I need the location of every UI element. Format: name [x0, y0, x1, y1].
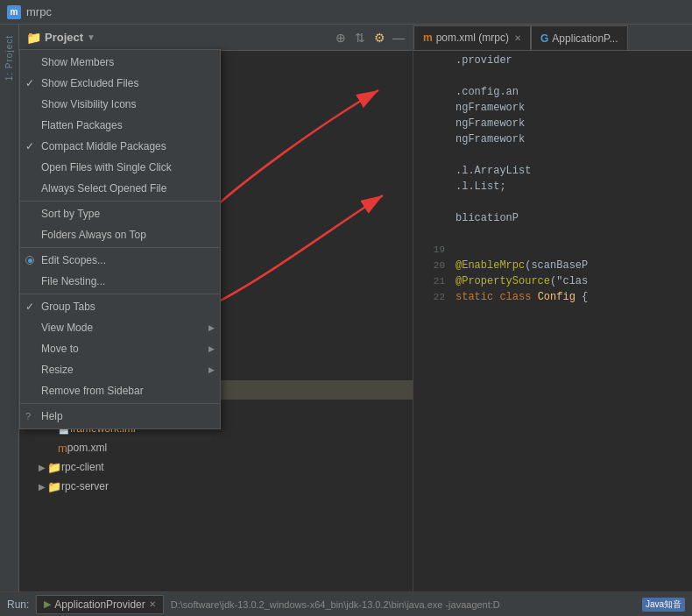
menu-item-show-excluded-files[interactable]: ✓ Show Excluded Files — [20, 73, 220, 94]
folder-icon: 📁 — [47, 461, 61, 474]
menu-item-label: Folders Always on Top — [41, 229, 146, 241]
bottom-path: D:\software\jdk-13.0.2_windows-x64_bin\j… — [171, 599, 635, 610]
code-content: ngFramework — [455, 133, 685, 145]
code-line — [420, 70, 685, 86]
line-number — [420, 117, 445, 118]
code-line — [420, 196, 685, 212]
menu-item-remove-from-sidebar[interactable]: Remove from Sidebar — [20, 380, 220, 401]
project-label: Project — [45, 31, 83, 44]
menu-item-label: Group Tabs — [41, 301, 95, 313]
menu-item-label: View Mode — [41, 322, 93, 334]
menu-item-label: Show Excluded Files — [41, 77, 138, 89]
line-number — [420, 196, 445, 197]
menu-separator — [20, 294, 220, 294]
menu-item-always-select[interactable]: Always Select Opened File — [20, 178, 220, 199]
line-number — [420, 181, 445, 181]
main-layout: 1: Project 📁 Project ▼ ⊕ ⇅ ⚙ — ▼ 📁 mrpc — [0, 25, 692, 591]
menu-item-resize[interactable]: Resize — [20, 359, 220, 380]
tab-pom-xml[interactable]: m pom.xml (mrpc) ✕ — [413, 25, 531, 50]
menu-item-label: Edit Scopes... — [41, 254, 106, 266]
menu-separator — [20, 247, 220, 248]
menu-item-label: Flatten Packages — [41, 119, 123, 131]
menu-item-label: Open Files with Single Click — [41, 161, 172, 173]
menu-item-view-mode[interactable]: View Mode — [20, 317, 220, 338]
line-number — [420, 133, 445, 134]
line-number — [420, 149, 445, 150]
help-prefix-icon: ? — [25, 411, 31, 421]
menu-item-compact-middle-packages[interactable]: ✓ Compact Middle Packages — [20, 136, 220, 157]
tree-item-label: rpc-client — [61, 461, 104, 473]
tree-arrow: ▶ — [37, 462, 47, 472]
line-number — [420, 212, 445, 213]
code-line: 22 static class Config { — [420, 291, 685, 307]
project-dropdown-icon[interactable]: ▼ — [87, 32, 95, 42]
list-item[interactable]: ▶ 📁 rpc-server — [19, 477, 413, 496]
sidebar-strip-label[interactable]: 1: Project — [4, 35, 14, 81]
list-item[interactable]: ▶ 📁 rpc-client — [19, 457, 413, 477]
line-number — [420, 102, 445, 103]
code-line: 21 @PropertySource("clas — [420, 275, 685, 291]
file-icon: m — [58, 442, 67, 455]
title-bar: m mrpc — [0, 0, 692, 25]
code-line — [420, 149, 685, 165]
menu-separator — [20, 403, 220, 404]
line-number: 22 — [420, 291, 445, 302]
menu-item-label: File Nesting... — [41, 275, 105, 287]
collapse-toolbar-icon[interactable]: — — [392, 31, 406, 45]
code-content: ngFramework — [455, 117, 685, 130]
code-line: 20 @EnableMrpc(scanBaseP — [420, 259, 685, 275]
menu-item-label: Sort by Type — [41, 208, 100, 220]
menu-item-sort-by-type[interactable]: Sort by Type — [20, 203, 220, 224]
radio-icon — [25, 256, 34, 265]
code-line — [420, 228, 685, 244]
code-content: static class Config { — [455, 291, 685, 303]
globe-toolbar-icon[interactable]: ⊕ — [334, 31, 348, 45]
project-toolbar: 📁 Project ▼ ⊕ ⇅ ⚙ — — [19, 25, 413, 51]
menu-item-folders-always-on-top[interactable]: Folders Always on Top — [20, 224, 220, 245]
menu-separator — [20, 201, 220, 202]
bottom-right: Java知音 — [642, 598, 685, 612]
code-content: @EnableMrpc(scanBaseP — [455, 259, 685, 272]
menu-item-group-tabs[interactable]: ✓ Group Tabs — [20, 296, 220, 317]
menu-item-label: Show Members — [41, 56, 114, 68]
code-line: 19 — [420, 244, 685, 259]
code-content: .config.an — [455, 86, 685, 98]
tab-close-button[interactable]: ✕ — [514, 33, 521, 43]
tree-item-label: rpc-server — [61, 480, 109, 492]
line-number — [420, 86, 445, 87]
run-label: Run: — [7, 598, 29, 611]
line-number — [420, 165, 445, 166]
menu-item-open-files-single-click[interactable]: Open Files with Single Click — [20, 157, 220, 178]
tab-application[interactable]: G ApplicationP... — [531, 25, 628, 50]
run-tab-icon: ▶ — [44, 598, 51, 610]
menu-item-help[interactable]: ? Help — [20, 406, 220, 427]
run-tab-close[interactable]: ✕ — [149, 599, 156, 609]
code-line: ngFramework — [420, 133, 685, 149]
tree-item-label: pom.xml — [67, 442, 107, 454]
menu-item-label: Show Visibility Icons — [41, 98, 137, 110]
menu-item-label: Always Select Opened File — [41, 182, 166, 195]
menu-item-flatten-packages[interactable]: Flatten Packages — [20, 115, 220, 136]
code-line: .provider — [420, 54, 685, 70]
settings-toolbar-icon[interactable]: ⚙ — [372, 31, 386, 45]
adjust-toolbar-icon[interactable]: ⇅ — [353, 31, 367, 45]
line-number: 19 — [420, 244, 445, 255]
tab-icon: m — [423, 32, 433, 44]
menu-item-show-visibility-icons[interactable]: Show Visibility Icons — [20, 94, 220, 115]
line-number: 20 — [420, 259, 445, 271]
line-number — [420, 54, 445, 55]
menu-item-label: Compact Middle Packages — [41, 140, 166, 152]
menu-item-show-members[interactable]: Show Members — [20, 52, 220, 73]
checkmark-icon: ✓ — [25, 77, 34, 89]
menu-item-move-to[interactable]: Move to — [20, 338, 220, 359]
code-line: ngFramework — [420, 117, 685, 133]
line-number — [420, 70, 445, 71]
menu-item-file-nesting[interactable]: File Nesting... — [20, 271, 220, 292]
code-content: .l.List; — [455, 181, 685, 193]
code-content: blicationP — [455, 212, 685, 224]
run-tab[interactable]: ▶ ApplicationProvider ✕ — [36, 595, 163, 614]
menu-item-edit-scopes[interactable]: Edit Scopes... — [20, 250, 220, 271]
code-line: ngFramework — [420, 102, 685, 117]
list-item[interactable]: ▶ m pom.xml — [19, 438, 413, 457]
status-bar: Run: ▶ ApplicationProvider ✕ D:\software… — [0, 591, 692, 616]
